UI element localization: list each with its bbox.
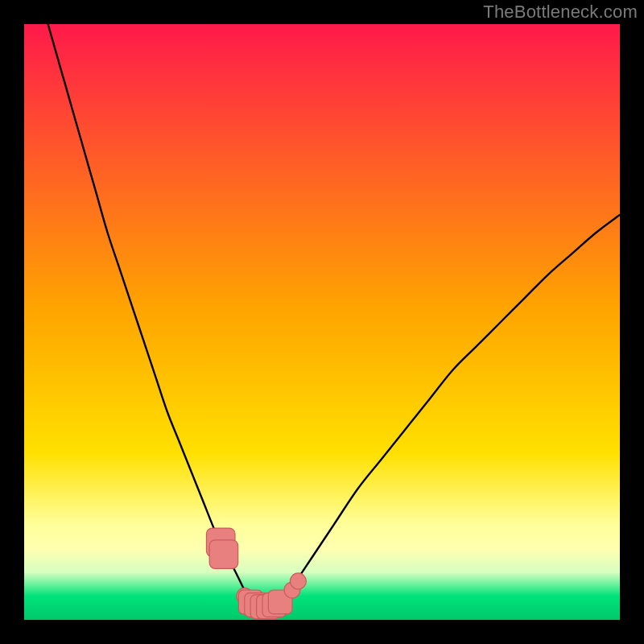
gradient-background [24, 24, 620, 620]
chart-svg [24, 24, 620, 620]
watermark-text: TheBottleneck.com [483, 2, 638, 23]
marker [209, 540, 238, 569]
marker [290, 573, 306, 589]
plot-area [24, 24, 620, 620]
chart-frame: TheBottleneck.com [0, 0, 644, 644]
